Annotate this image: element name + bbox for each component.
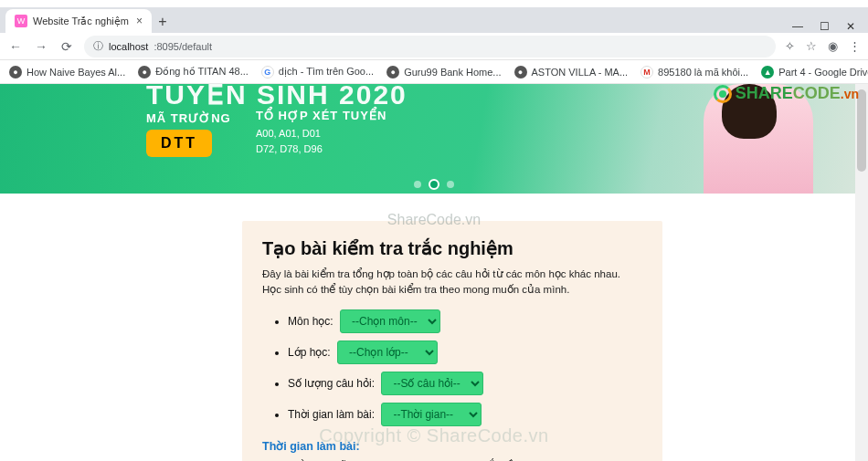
time-select[interactable]: --Thời gian-- [381, 403, 482, 426]
new-tab-button[interactable]: + [152, 11, 174, 33]
class-label: Lớp học: [288, 346, 331, 359]
hero-combo-label: TỔ HỢP XÉT TUYỂN [256, 109, 386, 122]
site-info-icon[interactable]: ⓘ [93, 39, 103, 53]
section-time-title: Thời gian làm bài: [262, 439, 642, 453]
url-host: localhost [109, 41, 148, 52]
favicon: W [15, 15, 27, 27]
browser-tab[interactable]: W Website Trắc nghiệm × [5, 9, 152, 33]
google-icon: G [261, 66, 274, 79]
bookmark-item[interactable]: ●ASTON VILLA - MA... [514, 66, 629, 79]
reload-icon[interactable]: ⟳ [58, 39, 75, 54]
bookmark-item[interactable]: ▲Part 4 - Google Drive [761, 66, 868, 79]
globe-icon: ● [386, 66, 399, 79]
vertical-scrollbar[interactable] [855, 84, 868, 461]
window-close-icon[interactable]: ✕ [846, 20, 855, 33]
globe-icon: ● [9, 66, 22, 79]
subject-label: Môn học: [288, 315, 333, 328]
class-select[interactable]: --Chọn lớp-- [337, 341, 438, 364]
hero-combo-lines: A00, A01, D01 D72, D78, D96 [256, 126, 323, 156]
hero-headline: TUYỂN SINH 2020 [146, 84, 408, 110]
logo-swirl-icon [714, 85, 732, 103]
page-viewport: SHARECODE.vn TUYỂN SINH 2020 MÃ TRƯỜNG D… [0, 84, 868, 461]
extensions-icon[interactable]: ✧ [785, 39, 795, 53]
count-label: Số lượng câu hỏi: [288, 377, 375, 390]
forward-icon[interactable]: → [33, 39, 49, 54]
carousel-dot[interactable] [414, 181, 421, 188]
menu-icon[interactable]: ⋮ [849, 39, 861, 53]
bookmark-item[interactable]: ●Guru99 Bank Home... [386, 66, 501, 79]
window-minimize-icon[interactable]: — [792, 20, 803, 33]
quiz-card: Tạo bài kiểm tra trắc nghiệm Đây là bài … [242, 221, 662, 461]
bookmark-item[interactable]: ●How Naive Bayes Al... [9, 66, 125, 79]
bookmark-item[interactable]: ●Đồng hồ TITAN 48... [138, 66, 249, 79]
globe-icon: ● [138, 66, 151, 79]
sharecode-logo: SHARECODE.vn [714, 84, 859, 103]
bookmarks-bar: ●How Naive Bayes Al... ●Đồng hồ TITAN 48… [0, 60, 868, 84]
back-icon[interactable]: ← [7, 39, 24, 54]
time-label: Thời gian làm bài: [288, 408, 375, 421]
tab-strip: W Website Trắc nghiệm × + — ☐ ✕ [0, 7, 868, 33]
card-title: Tạo bài kiểm tra trắc nghiệm [262, 237, 642, 259]
count-select[interactable]: --Số câu hỏi-- [381, 372, 483, 395]
subject-select[interactable]: --Chọn môn-- [340, 309, 440, 333]
carousel-dot[interactable] [447, 181, 454, 188]
url-path: :8095/default [153, 41, 212, 52]
drive-icon: ▲ [761, 66, 774, 79]
carousel-dot[interactable] [430, 181, 438, 188]
tab-close-icon[interactable]: × [136, 15, 143, 27]
bookmark-item[interactable]: Gdịch - Tìm trên Goo... [261, 66, 374, 79]
tab-title: Website Trắc nghiệm [33, 16, 129, 27]
bookmark-star-icon[interactable]: ☆ [806, 39, 817, 53]
address-bar[interactable]: ⓘ localhost:8095/default [84, 36, 776, 58]
profile-icon[interactable]: ◉ [828, 39, 838, 53]
note-item: Thời gian sẽ được tính khi bạn chọn nút … [288, 457, 642, 462]
card-description: Đây là bài kiểm tra tổng hợp toàn bộ các… [262, 267, 642, 299]
carousel-dots [414, 181, 454, 188]
globe-icon: ● [514, 66, 527, 79]
bookmark-item[interactable]: M895180 là mã khôi... [640, 66, 748, 79]
hero-code-label: MÃ TRƯỜNG [146, 111, 231, 125]
hero-code-pill: DTT [146, 130, 212, 157]
gmail-icon: M [640, 66, 653, 79]
browser-toolbar: ← → ⟳ ⓘ localhost:8095/default ✧ ☆ ◉ ⋮ [0, 33, 868, 60]
window-maximize-icon[interactable]: ☐ [820, 20, 830, 33]
